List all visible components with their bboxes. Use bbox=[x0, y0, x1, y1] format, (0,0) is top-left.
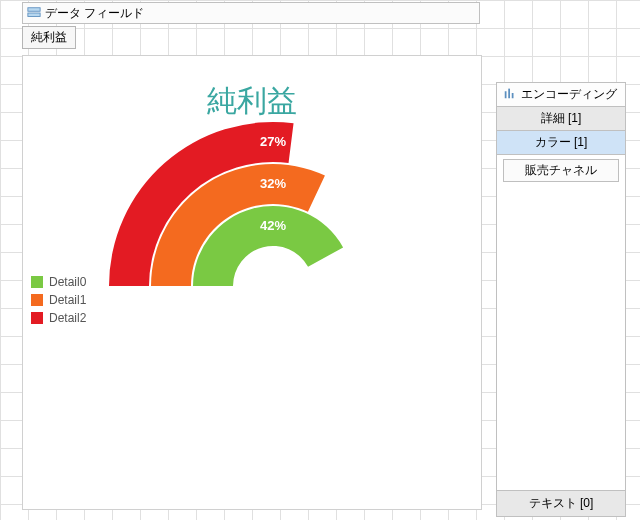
chart-legend: Detail0 Detail1 Detail2 bbox=[31, 271, 86, 329]
svg-rect-1 bbox=[28, 13, 40, 17]
encoding-title: エンコーディング bbox=[521, 86, 617, 103]
encoding-details-label: 詳細 [1] bbox=[541, 111, 582, 125]
svg-rect-0 bbox=[28, 8, 40, 12]
encoding-drop-area[interactable] bbox=[497, 186, 625, 490]
encoding-field-chip[interactable]: 販売チャネル bbox=[503, 159, 619, 182]
field-chip-label: 純利益 bbox=[31, 30, 67, 44]
encoding-color-row[interactable]: カラー [1] bbox=[497, 131, 625, 155]
encoding-icon bbox=[503, 86, 517, 103]
legend-swatch bbox=[31, 276, 43, 288]
legend-label: Detail2 bbox=[49, 311, 86, 325]
encoding-header: エンコーディング bbox=[497, 83, 625, 107]
chart-container[interactable]: 純利益 42%32%27% Detail0 Detail1 Detail2 bbox=[22, 55, 482, 510]
legend-label: Detail0 bbox=[49, 275, 86, 289]
data-fields-icon bbox=[27, 6, 41, 20]
radial-bar-value-label: 27% bbox=[260, 134, 286, 149]
legend-item: Detail1 bbox=[31, 293, 86, 307]
svg-rect-4 bbox=[512, 93, 514, 98]
radial-bar-chart: 42%32%27% bbox=[23, 106, 483, 506]
data-fields-label: データ フィールド bbox=[45, 5, 144, 22]
encoding-panel: エンコーディング 詳細 [1] カラー [1] 販売チャネル テキスト [0] bbox=[496, 82, 626, 517]
svg-rect-3 bbox=[508, 89, 510, 99]
legend-swatch bbox=[31, 312, 43, 324]
field-chip-profit[interactable]: 純利益 bbox=[22, 26, 76, 49]
legend-label: Detail1 bbox=[49, 293, 86, 307]
encoding-field-label: 販売チャネル bbox=[525, 163, 597, 177]
legend-swatch bbox=[31, 294, 43, 306]
radial-bar-value-label: 32% bbox=[260, 176, 286, 191]
svg-rect-2 bbox=[505, 91, 507, 98]
encoding-text-row[interactable]: テキスト [0] bbox=[497, 490, 625, 516]
encoding-text-label: テキスト [0] bbox=[529, 496, 594, 510]
radial-bar-value-label: 42% bbox=[260, 218, 286, 233]
encoding-details-row[interactable]: 詳細 [1] bbox=[497, 107, 625, 131]
encoding-color-label: カラー [1] bbox=[535, 135, 588, 149]
legend-item: Detail2 bbox=[31, 311, 86, 325]
legend-item: Detail0 bbox=[31, 275, 86, 289]
data-fields-bar[interactable]: データ フィールド bbox=[22, 2, 480, 24]
